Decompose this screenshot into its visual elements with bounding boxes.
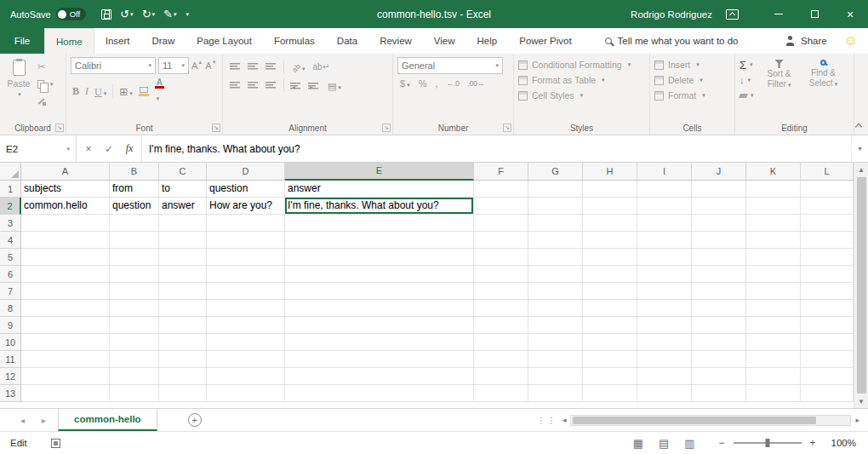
cell-C5[interactable] bbox=[159, 249, 207, 266]
cell-A6[interactable] bbox=[21, 266, 110, 283]
cell-D4[interactable] bbox=[207, 232, 285, 249]
cell-K11[interactable] bbox=[746, 351, 801, 368]
maximize-button[interactable] bbox=[797, 0, 832, 28]
cell-F9[interactable] bbox=[474, 317, 528, 334]
column-header-I[interactable]: I bbox=[637, 163, 692, 181]
cell-D2[interactable]: How are you? bbox=[207, 198, 285, 215]
cell-E3[interactable] bbox=[285, 215, 474, 232]
cell-D12[interactable] bbox=[207, 368, 285, 385]
cell-J9[interactable] bbox=[692, 317, 746, 334]
cell-K8[interactable] bbox=[746, 300, 801, 317]
format-cells-button[interactable]: Format ▾ bbox=[654, 88, 731, 103]
cell-F2[interactable] bbox=[474, 198, 528, 215]
accounting-format-button[interactable]: $▾ bbox=[400, 78, 410, 89]
row-header-5[interactable]: 5 bbox=[0, 249, 21, 266]
row-header-3[interactable]: 3 bbox=[0, 215, 21, 232]
cell-D11[interactable] bbox=[207, 351, 285, 368]
cell-H5[interactable] bbox=[583, 249, 637, 266]
cell-G10[interactable] bbox=[528, 334, 583, 351]
vertical-scroll-thumb[interactable] bbox=[857, 177, 866, 394]
cell-E11[interactable] bbox=[285, 351, 474, 368]
clear-button[interactable]: ▾ bbox=[740, 89, 754, 101]
cell-J3[interactable] bbox=[692, 215, 746, 232]
cell-C1[interactable]: to bbox=[159, 181, 207, 198]
cell-G6[interactable] bbox=[528, 266, 583, 283]
orientation-button[interactable]: ab▾ bbox=[292, 59, 306, 74]
autosum-button[interactable]: Σ▾ bbox=[740, 59, 754, 71]
cell-H4[interactable] bbox=[583, 232, 637, 249]
next-sheet-button[interactable]: ▸ bbox=[42, 416, 46, 425]
cell-F6[interactable] bbox=[474, 266, 528, 283]
cell-I9[interactable] bbox=[637, 317, 692, 334]
row-header-12[interactable]: 12 bbox=[0, 368, 21, 385]
cut-button[interactable]: ✂ bbox=[37, 60, 54, 73]
cell-L5[interactable] bbox=[801, 249, 854, 266]
normal-view-button[interactable]: ▦ bbox=[633, 437, 643, 450]
row-header-9[interactable]: 9 bbox=[0, 317, 21, 334]
cell-K9[interactable] bbox=[746, 317, 801, 334]
share-button[interactable]: Share bbox=[785, 28, 827, 54]
cell-L12[interactable] bbox=[801, 368, 854, 385]
increase-font-size-button[interactable]: A▲ bbox=[191, 60, 203, 71]
customize-qat-button[interactable]: ▾ bbox=[181, 4, 192, 25]
font-color-button[interactable]: A▾ bbox=[155, 78, 164, 104]
cell-J8[interactable] bbox=[692, 300, 746, 317]
scroll-down-icon[interactable]: ▼ bbox=[858, 394, 865, 408]
expand-formula-bar-button[interactable]: ▾ bbox=[851, 135, 868, 162]
column-header-J[interactable]: J bbox=[692, 163, 746, 181]
column-header-B[interactable]: B bbox=[110, 163, 159, 181]
cell-E4[interactable] bbox=[285, 232, 474, 249]
cell-C8[interactable] bbox=[159, 300, 207, 317]
cell-C11[interactable] bbox=[159, 351, 207, 368]
cell-G11[interactable] bbox=[528, 351, 583, 368]
cell-D6[interactable] bbox=[207, 266, 285, 283]
cell-H12[interactable] bbox=[583, 368, 637, 385]
cell-J2[interactable] bbox=[692, 198, 746, 215]
cell-K2[interactable] bbox=[746, 198, 801, 215]
cell-I7[interactable] bbox=[637, 283, 692, 300]
font-name-combo[interactable]: Calibri ▾ bbox=[71, 57, 156, 74]
cell-C13[interactable] bbox=[159, 385, 207, 402]
cell-B3[interactable] bbox=[110, 215, 159, 232]
cell-G9[interactable] bbox=[528, 317, 583, 334]
cell-C12[interactable] bbox=[159, 368, 207, 385]
cell-H11[interactable] bbox=[583, 351, 637, 368]
cell-G8[interactable] bbox=[528, 300, 583, 317]
dialog-launcher-icon[interactable]: ↘ bbox=[382, 124, 391, 132]
row-header-8[interactable]: 8 bbox=[0, 300, 21, 317]
zoom-slider[interactable] bbox=[734, 442, 802, 444]
cell-I8[interactable] bbox=[637, 300, 692, 317]
vertical-scrollbar[interactable]: ▲ ▼ bbox=[854, 163, 868, 408]
cell-F10[interactable] bbox=[474, 334, 528, 351]
cell-L2[interactable] bbox=[801, 198, 854, 215]
cell-F12[interactable] bbox=[474, 368, 528, 385]
cell-E6[interactable] bbox=[285, 266, 474, 283]
cell-F7[interactable] bbox=[474, 283, 528, 300]
column-header-H[interactable]: H bbox=[583, 163, 637, 181]
cell-D13[interactable] bbox=[207, 385, 285, 402]
cell-G1[interactable] bbox=[528, 181, 583, 198]
number-format-combo[interactable]: General ▾ bbox=[397, 57, 503, 74]
format-as-table-button[interactable]: Format as Table ▾ bbox=[518, 72, 646, 88]
cell-C10[interactable] bbox=[159, 334, 207, 351]
cell-L7[interactable] bbox=[801, 283, 854, 300]
cell-C7[interactable] bbox=[159, 283, 207, 300]
cell-F8[interactable] bbox=[474, 300, 528, 317]
cell-D3[interactable] bbox=[207, 215, 285, 232]
signed-in-user[interactable]: Rodrigo Rodriguez bbox=[631, 9, 712, 20]
borders-button[interactable]: ⊞▾ bbox=[119, 83, 133, 99]
column-header-D[interactable]: D bbox=[207, 163, 285, 181]
tab-insert[interactable]: Insert bbox=[94, 28, 141, 54]
insert-function-button[interactable]: fx bbox=[119, 142, 140, 155]
cell-C9[interactable] bbox=[159, 317, 207, 334]
copy-button[interactable]: ▾ bbox=[37, 78, 54, 90]
zoom-out-button[interactable]: − bbox=[714, 437, 730, 449]
cell-A13[interactable] bbox=[21, 385, 110, 402]
cell-H7[interactable] bbox=[583, 283, 637, 300]
cell-L8[interactable] bbox=[801, 300, 854, 317]
cell-A4[interactable] bbox=[21, 232, 110, 249]
cell-B7[interactable] bbox=[110, 283, 159, 300]
cell-G13[interactable] bbox=[528, 385, 583, 402]
cell-styles-button[interactable]: Cell Styles ▾ bbox=[518, 88, 646, 103]
cell-B6[interactable] bbox=[110, 266, 159, 283]
